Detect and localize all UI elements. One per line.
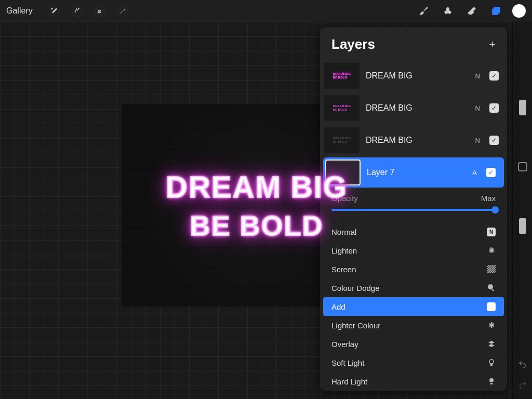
add-icon: ＋: [487, 302, 496, 311]
svg-point-1: [78, 8, 79, 9]
selection-button[interactable]: S: [93, 4, 107, 18]
blend-mode-list: Normal N Lighten ✺ Screen Colour Dodge A…: [320, 219, 507, 391]
layer-blend-letter[interactable]: A: [472, 169, 477, 177]
layer-row-selected[interactable]: Layer 7 A: [323, 157, 504, 188]
opacity-block: Opacity Max: [320, 189, 507, 219]
layer-thumbnail: DREAM BIGBE BOLD: [324, 63, 360, 89]
hatch-icon: [487, 265, 496, 273]
brush-opacity-slider[interactable]: [519, 218, 526, 234]
layer-row[interactable]: DREAM BIGBE BOLD DREAM BIG N: [320, 60, 507, 92]
adjustments-button[interactable]: [70, 4, 84, 18]
layer-blend-letter[interactable]: N: [475, 104, 480, 112]
svg-rect-8: [490, 364, 493, 366]
blend-mode-overlay[interactable]: Overlay: [320, 335, 507, 353]
svg-rect-0: [51, 8, 52, 9]
blend-mode-soft-light[interactable]: Soft Light: [320, 353, 507, 372]
blend-mode-add[interactable]: Add ＋: [323, 297, 504, 316]
blend-mode-colour-dodge[interactable]: Colour Dodge: [320, 278, 507, 297]
blend-mode-normal[interactable]: Normal N: [320, 222, 507, 241]
add-layer-button[interactable]: +: [489, 38, 496, 51]
gallery-button[interactable]: Gallery: [6, 6, 33, 16]
layer-row[interactable]: DREAM BIGBE BOLD DREAM BIG N: [320, 92, 507, 124]
svg-rect-6: [491, 288, 495, 291]
layers-panel: Layers + DREAM BIGBE BOLD DREAM BIG N DR…: [320, 27, 507, 391]
blend-mode-lighten[interactable]: Lighten ✺: [320, 241, 507, 260]
blend-mode-screen[interactable]: Screen: [320, 260, 507, 278]
blend-mode-lighter-colour[interactable]: Lighter Colour ✱: [320, 316, 507, 335]
dodge-icon: [487, 284, 496, 292]
layer-visibility-checkbox[interactable]: [489, 136, 499, 145]
svg-point-7: [489, 360, 494, 364]
panel-title: Layers: [331, 36, 375, 52]
layer-thumbnail: DREAM BIGBE BOLD: [324, 127, 360, 153]
layer-list: DREAM BIGBE BOLD DREAM BIG N DREAM BIGBE…: [320, 60, 507, 188]
modify-button[interactable]: [518, 162, 527, 171]
layer-blend-letter[interactable]: N: [475, 137, 480, 144]
brush-size-slider[interactable]: [519, 100, 526, 115]
layers-icon: [487, 340, 496, 348]
svg-point-9: [489, 378, 494, 382]
neon-line1: DREAM BIG: [166, 169, 348, 204]
undo-button[interactable]: [518, 360, 527, 371]
top-toolbar: Gallery S: [0, 0, 532, 22]
layer-visibility-checkbox[interactable]: [489, 103, 499, 113]
layer-name: Layer 7: [367, 168, 466, 177]
brush-button[interactable]: [417, 4, 431, 18]
opacity-value: Max: [481, 194, 496, 203]
transform-button[interactable]: [116, 4, 129, 18]
asterisk-icon: ✱: [487, 321, 496, 329]
layer-name: DREAM BIG: [366, 103, 469, 113]
layer-blend-letter[interactable]: N: [475, 72, 480, 80]
layer-visibility-checkbox[interactable]: [489, 71, 499, 81]
redo-button[interactable]: [518, 380, 527, 392]
smudge-button[interactable]: [441, 4, 455, 18]
layers-button[interactable]: [488, 4, 503, 18]
sparkle-icon: ✺: [487, 246, 496, 255]
actions-button[interactable]: [47, 4, 61, 18]
layer-row[interactable]: DREAM BIGBE BOLD DREAM BIG N: [320, 124, 507, 156]
opacity-slider[interactable]: [331, 209, 496, 211]
layer-name: DREAM BIG: [366, 71, 469, 81]
svg-rect-10: [490, 383, 493, 384]
layer-visibility-checkbox[interactable]: [486, 168, 496, 177]
svg-text:S: S: [98, 9, 101, 14]
normal-icon: N: [487, 228, 496, 236]
bulb-soft-icon: [487, 358, 496, 367]
neon-line2: BE BOLD: [190, 209, 324, 242]
layer-name: DREAM BIG: [366, 136, 469, 145]
svg-rect-4: [494, 7, 500, 14]
bulb-hard-icon: [487, 377, 496, 385]
layer-thumbnail: DREAM BIGBE BOLD: [324, 95, 360, 121]
color-swatch[interactable]: [512, 4, 526, 18]
eraser-button[interactable]: [464, 4, 479, 18]
blend-mode-hard-light[interactable]: Hard Light: [320, 372, 507, 391]
right-rail: [512, 22, 532, 399]
opacity-slider-knob[interactable]: [491, 206, 499, 214]
